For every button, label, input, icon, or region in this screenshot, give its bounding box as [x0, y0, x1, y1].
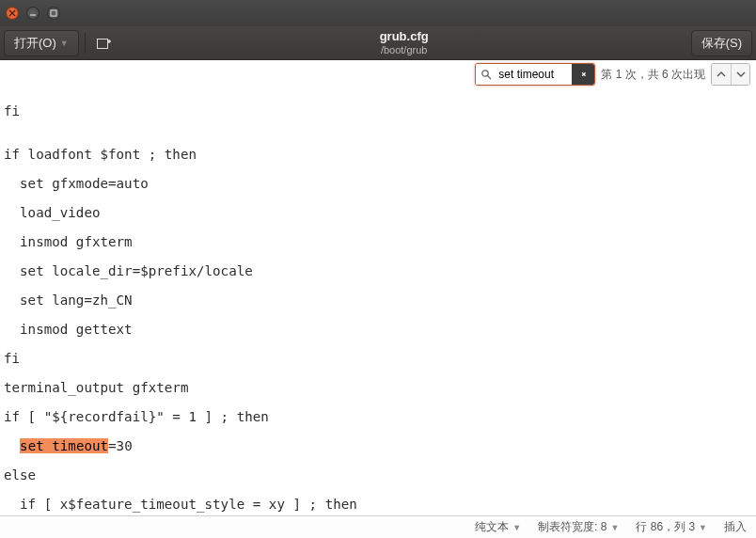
code-line: fi — [4, 352, 752, 367]
syntax-selector[interactable]: 纯文本▼ — [475, 519, 521, 535]
code-line: set gfxmode=auto — [4, 177, 752, 192]
code-line: terminal_output gfxterm — [4, 381, 752, 396]
title-filename: grub.cfg — [118, 30, 691, 43]
tabwidth-selector[interactable]: 制表符宽度: 8▼ — [538, 519, 619, 535]
chevron-down-icon: ▼ — [512, 523, 521, 532]
status-bar: 纯文本▼ 制表符宽度: 8▼ 行 86，列 3▼ 插入 — [0, 515, 756, 538]
title-path: /boot/grub — [118, 44, 691, 55]
chevron-down-icon: ▼ — [60, 39, 69, 48]
open-button[interactable]: 打开(O) ▼ — [4, 30, 79, 56]
window-titlebar — [0, 0, 756, 26]
code-line: if loadfont $font ; then — [4, 148, 752, 163]
text-editor[interactable]: fi if loadfont $font ; then set gfxmode=… — [0, 87, 756, 531]
code-line: fi — [4, 104, 752, 119]
svg-rect-0 — [51, 10, 56, 16]
code-line: set lang=zh_CN — [4, 293, 752, 309]
save-label: 保存(S) — [701, 35, 742, 52]
code-line: else — [4, 468, 752, 483]
document-title: grub.cfg /boot/grub — [118, 30, 691, 55]
code-line: set timeout=30 — [4, 439, 752, 454]
open-label: 打开(O) — [14, 35, 56, 52]
search-nav — [711, 63, 750, 86]
chevron-down-icon: ▼ — [699, 523, 707, 532]
code-line: if [ "${recordfail}" = 1 ] ; then — [4, 410, 752, 425]
search-next-button[interactable] — [731, 64, 749, 85]
search-prev-button[interactable] — [712, 64, 731, 85]
search-input[interactable] — [496, 64, 572, 85]
insert-mode[interactable]: 插入 — [724, 519, 747, 535]
new-tab-button[interactable] — [91, 32, 118, 55]
save-button[interactable]: 保存(S) — [691, 30, 752, 56]
toolbar: 打开(O) ▼ grub.cfg /boot/grub 保存(S) — [0, 26, 756, 60]
code-line: load_video — [4, 206, 752, 221]
minimize-icon[interactable] — [26, 7, 39, 20]
search-bar: 第 1 次，共 6 次出现 — [0, 60, 756, 87]
search-box — [475, 63, 595, 86]
clear-search-button[interactable] — [572, 64, 594, 85]
search-count: 第 1 次，共 6 次出现 — [601, 67, 705, 83]
search-match-current: set timeout — [20, 438, 108, 453]
code-line: insmod gfxterm — [4, 235, 752, 250]
code-line: set locale_dir=$prefix/locale — [4, 264, 752, 279]
close-icon[interactable] — [6, 7, 19, 20]
chevron-down-icon: ▼ — [610, 523, 619, 532]
svg-point-2 — [482, 71, 488, 76]
code-line: if [ x$feature_timeout_style = xy ] ; th… — [4, 498, 752, 513]
maximize-icon[interactable] — [47, 7, 60, 20]
search-icon — [476, 64, 496, 85]
svg-rect-1 — [97, 39, 107, 48]
cursor-position[interactable]: 行 86，列 3▼ — [636, 519, 707, 535]
separator — [85, 33, 86, 54]
code-line: insmod gettext — [4, 323, 752, 338]
